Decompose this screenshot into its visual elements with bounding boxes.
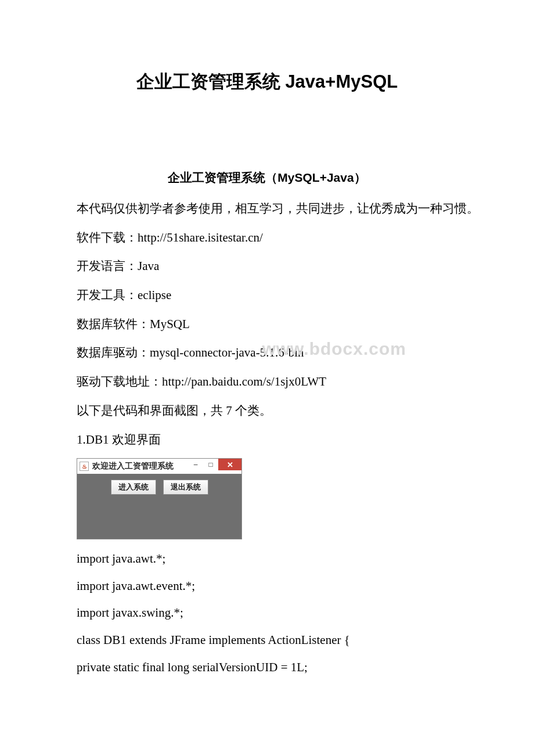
code-line-2: import java.awt.event.*; bbox=[52, 576, 482, 596]
intro-paragraph: 本代码仅供初学者参考使用，相互学习，共同进步，让优秀成为一种习惯。 bbox=[52, 199, 482, 219]
exit-system-button[interactable]: 退出系统 bbox=[163, 480, 208, 495]
window-titlebar: ♨ 欢迎进入工资管理系统 – □ ✕ bbox=[77, 459, 241, 474]
page-title: 企业工资管理系统 Java+MySQL bbox=[52, 70, 482, 94]
tool-line: 开发工具：eclipse bbox=[52, 285, 482, 306]
code-line-1: import java.awt.*; bbox=[52, 549, 482, 569]
maximize-button[interactable]: □ bbox=[203, 459, 218, 470]
java-icon: ♨ bbox=[80, 462, 89, 471]
code-line-3: import javax.swing.*; bbox=[52, 603, 482, 623]
close-button[interactable]: ✕ bbox=[218, 459, 241, 470]
window-body: 进入系统 退出系统 bbox=[77, 474, 241, 539]
window-controls: – □ ✕ bbox=[188, 459, 241, 474]
code-line-5: private static final long serialVersionU… bbox=[52, 657, 482, 678]
minimize-button[interactable]: – bbox=[188, 459, 203, 470]
following-line: 以下是代码和界面截图，共 7 个类。 bbox=[52, 401, 482, 422]
enter-system-button[interactable]: 进入系统 bbox=[111, 480, 156, 495]
section-1-heading: 1.DB1 欢迎界面 bbox=[52, 430, 482, 451]
page-subtitle: 企业工资管理系统（MySQL+Java） bbox=[52, 170, 482, 186]
download-line: 软件下载：http://51share.isitestar.cn/ bbox=[52, 228, 482, 249]
driver-url-line: 驱动下载地址：http://pan.baidu.com/s/1sjx0LWT bbox=[52, 372, 482, 393]
code-line-4: class DB1 extends JFrame implements Acti… bbox=[52, 630, 482, 650]
welcome-window: ♨ 欢迎进入工资管理系统 – □ ✕ 进入系统 退出系统 bbox=[77, 458, 242, 539]
language-line: 开发语言：Java bbox=[52, 256, 482, 277]
database-line: 数据库软件：MySQL bbox=[52, 314, 482, 335]
driver-line: 数据库驱动：mysql-connector-java-5.1.6-bin bbox=[52, 343, 482, 363]
window-title-text: 欢迎进入工资管理系统 bbox=[92, 461, 188, 471]
